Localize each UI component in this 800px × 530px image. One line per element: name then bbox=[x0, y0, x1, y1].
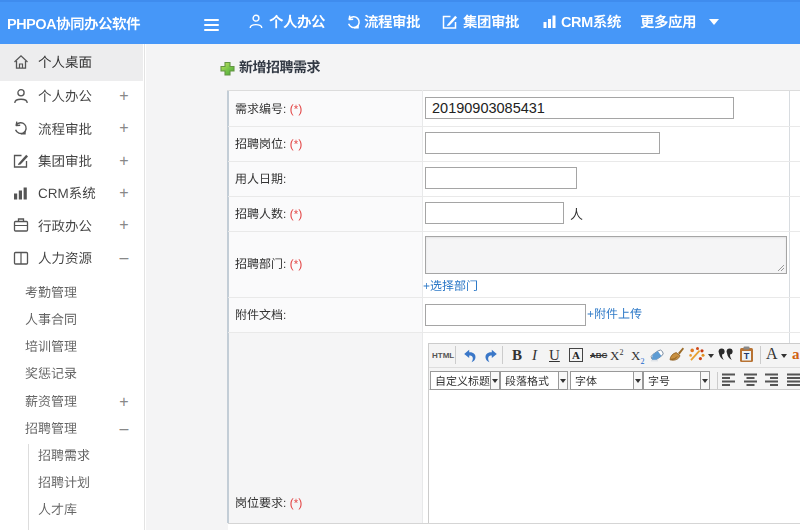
svg-text:T: T bbox=[744, 351, 750, 361]
